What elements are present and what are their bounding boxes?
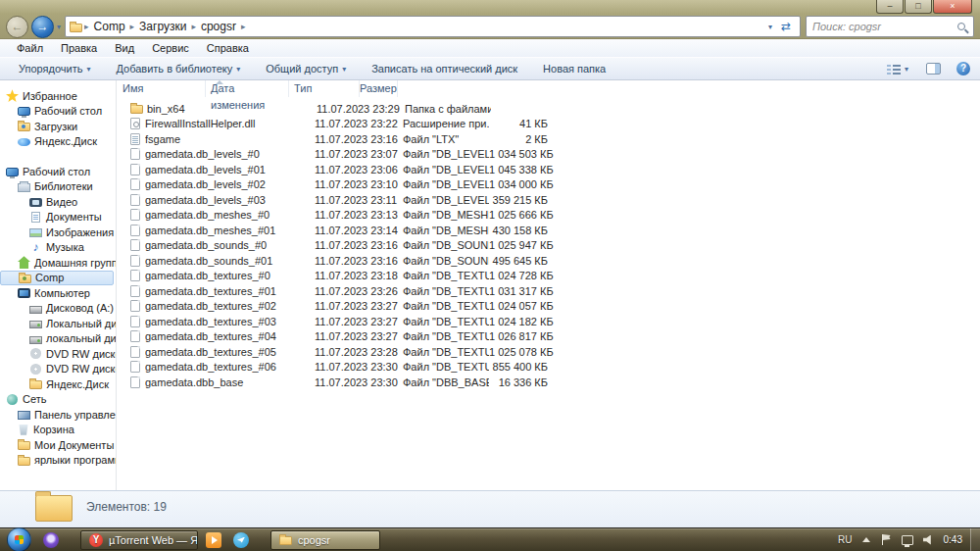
purple-app-icon[interactable]: [43, 532, 59, 548]
sidebar-item-label: Панель управления: [34, 409, 116, 421]
forward-button[interactable]: →: [31, 16, 54, 38]
hidden-icons-arrow-icon[interactable]: [862, 537, 870, 542]
toolbar-item-1[interactable]: Добавить в библиотеку▾: [103, 63, 253, 75]
help-icon[interactable]: ?: [956, 62, 970, 75]
column-header-0[interactable]: Имя: [118, 80, 206, 97]
file-date: 11.07.2023 23:18: [315, 270, 403, 281]
back-button[interactable]: ←: [6, 16, 28, 38]
toolbar-item-0[interactable]: Упорядочить▾: [6, 63, 103, 75]
sidebar-item-19[interactable]: Яндекс.Диск: [0, 376, 116, 392]
explorer-window: – □ × ← → ▾ ▸Comp▸Загрузки▸cpogsr▸ ▾ ⇄ Ф…: [0, 0, 980, 551]
file-row[interactable]: gamedata.db_textures_#0311.07.2023 23:27…: [118, 314, 980, 329]
network-icon[interactable]: [902, 535, 913, 545]
preview-pane-icon[interactable]: [926, 63, 941, 75]
sidebar-item-24[interactable]: ярлыки программ: [0, 453, 116, 469]
sidebar-item-label: DVD RW дисковод: [46, 363, 116, 375]
file-row[interactable]: gamedata.db_textures_#0511.07.2023 23:28…: [118, 344, 980, 360]
file-row[interactable]: gamedata.db_sounds_#011.07.2023 23:16Фай…: [118, 238, 980, 254]
telegram-icon[interactable]: [233, 532, 249, 548]
file-row[interactable]: gamedata.db_textures_#011.07.2023 23:18Ф…: [118, 269, 980, 284]
file-row[interactable]: fsgame11.07.2023 23:16Файл "LTX"2 КБ: [118, 131, 980, 147]
change-view-icon[interactable]: [887, 64, 901, 75]
menu-item-3[interactable]: Сервис: [143, 42, 198, 54]
breadcrumb-item[interactable]: cpogsr: [198, 20, 239, 33]
menu-item-1[interactable]: Правка: [52, 42, 106, 54]
taskbar-button-4[interactable]: cpogsr: [270, 530, 380, 550]
taskbar-button-1[interactable]: YµTorrent Web — Янд...: [80, 530, 198, 550]
sidebar-item-21[interactable]: Панель управления: [0, 407, 116, 423]
minimize-button[interactable]: –: [876, 0, 904, 14]
file-name: gamedata.db_meshes_#0: [145, 209, 315, 221]
toolbar-item-3[interactable]: Записать на оптический диск: [359, 63, 530, 75]
file-row[interactable]: gamedata.db_sounds_#0111.07.2023 23:16Фа…: [118, 253, 980, 269]
sidebar-item-17[interactable]: DVD RW дисковод: [0, 346, 116, 362]
column-header-3[interactable]: Размер: [360, 80, 398, 97]
volume-icon[interactable]: [923, 535, 934, 545]
folder-icon: [18, 441, 30, 450]
file-row[interactable]: gamedata.dbb_base11.07.2023 23:30Файл "D…: [118, 375, 980, 390]
sidebar-item-13[interactable]: Компьютер: [0, 285, 116, 301]
sidebar-item-18[interactable]: DVD RW дисковод: [0, 362, 116, 377]
clock[interactable]: 0:43: [944, 534, 962, 545]
file-row[interactable]: gamedata.db_textures_#0411.07.2023 23:27…: [118, 329, 980, 345]
file-row[interactable]: gamedata.db_textures_#0611.07.2023 23:30…: [118, 360, 980, 376]
sidebar-item-10[interactable]: ♪Музыка: [0, 240, 116, 256]
sidebar-item-1[interactable]: Рабочий стол: [0, 104, 116, 120]
sidebar-item-3[interactable]: Яндекс.Диск: [0, 134, 116, 150]
file-row[interactable]: gamedata.db_meshes_#0111.07.2023 23:14Фа…: [118, 223, 980, 238]
sidebar-item-14[interactable]: Дисковод (A:): [0, 301, 116, 317]
toolbar-item-2[interactable]: Общий доступ▾: [253, 63, 359, 75]
sidebar-item-6[interactable]: Библиотеки: [0, 179, 116, 195]
file-row[interactable]: gamedata.db_levels_#0211.07.2023 23:10Фа…: [118, 177, 980, 193]
search-input[interactable]: [807, 18, 957, 35]
action-center-flag-icon[interactable]: [882, 534, 891, 545]
sidebar-item-label: DVD RW дисковод: [46, 348, 116, 360]
change-view-dropdown-icon[interactable]: ▾: [905, 65, 908, 74]
taskbar-items: YµTorrent Web — Янд...cpogsr: [43, 530, 388, 550]
maximize-button[interactable]: □: [905, 0, 932, 14]
file-row[interactable]: gamedata.db_textures_#0111.07.2023 23:26…: [118, 283, 980, 299]
sidebar-item-12[interactable]: Comp: [0, 271, 114, 286]
column-header-2[interactable]: Тип: [289, 80, 360, 97]
sidebar-item-11[interactable]: Домашняя группа: [0, 255, 116, 271]
file-name: FirewallInstallHelper.dll: [145, 118, 315, 129]
sidebar-item-2[interactable]: Загрузки: [0, 119, 116, 134]
file-row[interactable]: gamedata.db_levels_#0311.07.2023 23:11Фа…: [118, 192, 980, 208]
sidebar-item-23[interactable]: Мои Документы: [0, 437, 116, 453]
search-icon[interactable]: [957, 23, 965, 30]
address-bar[interactable]: ▸Comp▸Загрузки▸cpogsr▸ ▾ ⇄: [65, 16, 801, 37]
file-row[interactable]: gamedata.db_meshes_#011.07.2023 23:13Фай…: [118, 208, 980, 224]
show-desktop-button[interactable]: [970, 528, 980, 551]
menu-item-0[interactable]: Файл: [8, 42, 52, 54]
menu-item-2[interactable]: Вид: [106, 42, 143, 54]
file-row[interactable]: gamedata.db_levels_#011.07.2023 23:07Фай…: [118, 147, 980, 163]
refresh-icon[interactable]: ⇄: [776, 20, 796, 33]
sidebar-item-5[interactable]: Рабочий стол: [0, 164, 116, 179]
start-button[interactable]: [7, 527, 31, 551]
sidebar-item-15[interactable]: Локальный диск (C: [0, 316, 116, 331]
sidebar-item-8[interactable]: Документы: [0, 210, 116, 225]
sidebar-item-22[interactable]: Корзина: [0, 423, 116, 438]
address-dropdown-icon[interactable]: ▾: [764, 23, 776, 31]
file-row[interactable]: gamedata.db_levels_#0111.07.2023 23:06Фа…: [118, 162, 980, 177]
toolbar-item-4[interactable]: Новая папка: [530, 63, 618, 75]
breadcrumb-item[interactable]: Comp: [91, 20, 128, 33]
file-icon: [130, 346, 140, 358]
sidebar-item-0[interactable]: Избранное: [0, 88, 116, 104]
file-row[interactable]: FirewallInstallHelper.dll11.07.2023 23:2…: [118, 117, 980, 132]
sidebar-item-9[interactable]: Изображения: [0, 225, 116, 240]
menu-item-4[interactable]: Справка: [198, 42, 258, 54]
sidebar-item-label: Библиотеки: [34, 180, 93, 192]
dropdown-icon: ▾: [86, 65, 90, 74]
file-type: Файл "DB_TEXTU...: [403, 346, 489, 358]
sidebar-item-label: Загрузки: [34, 121, 77, 132]
breadcrumb-item[interactable]: Загрузки: [136, 20, 189, 33]
file-row[interactable]: gamedata.db_textures_#0211.07.2023 23:27…: [118, 299, 980, 315]
media-play-icon[interactable]: [206, 532, 221, 548]
language-indicator[interactable]: RU: [838, 534, 852, 545]
history-dropdown-icon[interactable]: ▾: [57, 23, 61, 31]
sidebar-item-16[interactable]: локальный диск(Д: [0, 331, 116, 347]
sidebar-item-20[interactable]: Сеть: [0, 392, 116, 408]
close-button[interactable]: ×: [933, 0, 972, 14]
sidebar-item-7[interactable]: Видео: [0, 194, 116, 210]
